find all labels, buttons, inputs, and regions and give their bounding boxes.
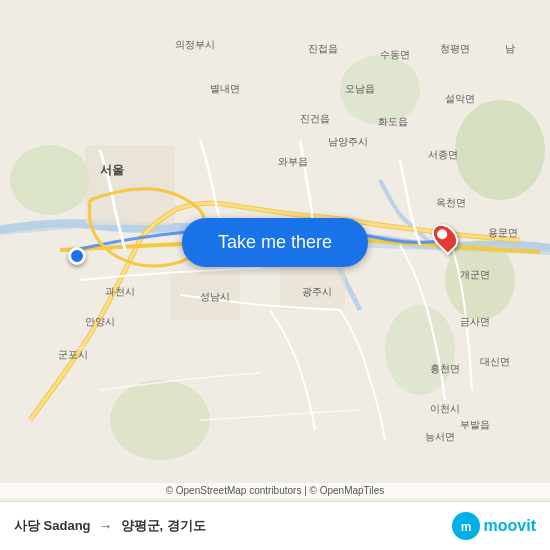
- route-to: 양평군, 경기도: [121, 517, 206, 535]
- svg-point-4: [110, 380, 210, 460]
- moovit-text: moovit: [484, 517, 536, 535]
- svg-rect-9: [280, 265, 345, 310]
- route-from: 사당 Sadang: [14, 517, 91, 535]
- map-container: 의정부시 진접읍 수동면 청평면 남 별내면 오남읍 설악면 진건읍 화도읍 남…: [0, 0, 550, 550]
- bottom-bar: 사당 Sadang → 양평군, 경기도 m moovit: [0, 501, 550, 550]
- svg-rect-7: [85, 145, 175, 225]
- moovit-logo: m moovit: [452, 512, 536, 540]
- map-attribution: © OpenStreetMap contributors | © OpenMap…: [0, 483, 550, 498]
- svg-point-1: [10, 145, 90, 215]
- svg-text:m: m: [460, 520, 471, 534]
- svg-point-5: [340, 55, 420, 125]
- svg-point-2: [455, 100, 545, 200]
- take-me-there-button[interactable]: Take me there: [182, 218, 368, 267]
- origin-marker: [68, 247, 86, 265]
- map-background: [0, 0, 550, 550]
- svg-point-6: [385, 305, 455, 395]
- destination-marker: [434, 222, 456, 252]
- moovit-icon: m: [452, 512, 480, 540]
- route-info: 사당 Sadang → 양평군, 경기도: [14, 517, 206, 535]
- route-arrow: →: [99, 518, 113, 534]
